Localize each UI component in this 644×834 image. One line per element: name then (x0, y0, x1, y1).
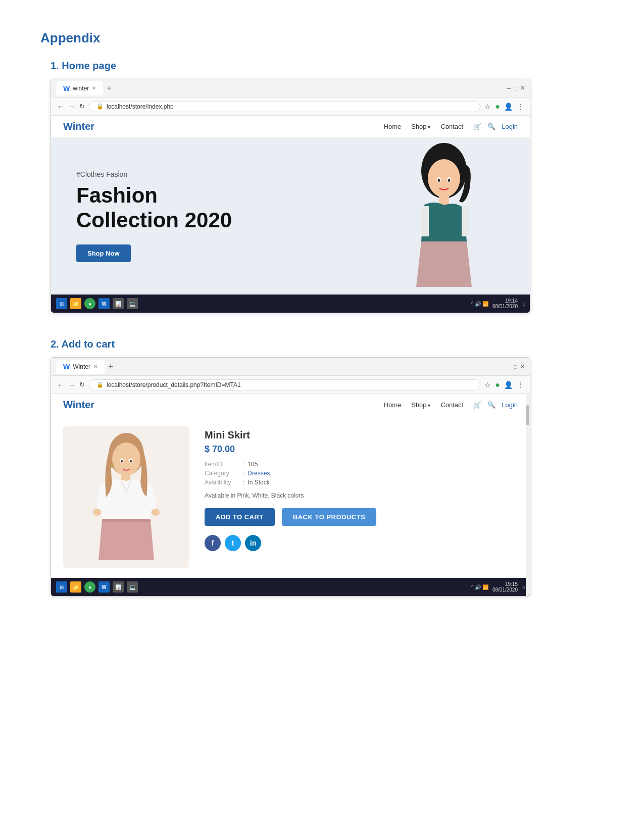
hero-banner-1: #Clothes Fasion Fashion Collection 2020 … (51, 138, 530, 295)
taskbar-folder-1[interactable]: 📁 (70, 298, 81, 309)
address-bar-2[interactable]: 🔒 localhost/store/product_details.php?It… (89, 379, 480, 390)
nav-home-1[interactable]: Home (384, 123, 402, 130)
hero-title-1: Fashion Collection 2020 (76, 183, 232, 232)
appendix-title: Appendix (40, 30, 604, 46)
section2-heading: 2. Add to cart (51, 338, 604, 350)
taskbar-icon5-2[interactable]: 💻 (127, 581, 138, 593)
search-icon-1[interactable]: 🔍 (487, 123, 496, 130)
login-btn-1[interactable]: Login (502, 123, 518, 130)
site-header-2: Winter Home Shop Contact 🛒 🔍 Login (51, 394, 530, 416)
browser-window-1: W winter ✕ ＋ ─ □ ✕ ← → ↻ 🔒 localhost/sto… (51, 79, 530, 313)
nav-home-2[interactable]: Home (384, 401, 402, 409)
section1-heading: 1. Home page (51, 60, 604, 72)
svg-point-8 (448, 179, 451, 182)
svg-rect-3 (421, 206, 429, 236)
close-btn-2[interactable]: ✕ (520, 363, 525, 370)
maximize-btn-1[interactable]: □ (514, 85, 517, 91)
browser-nav-icons-1: ☆ ● 👤 ⋮ (484, 102, 524, 111)
nav-contact-1[interactable]: Contact (440, 123, 463, 130)
taskbar-icon4-2[interactable]: 📊 (113, 581, 124, 593)
product-page: Mini Skirt $ 70.00 ItemID : 105 Category… (51, 416, 530, 578)
product-price: $ 70.00 (205, 444, 518, 455)
availability-value: In Stock (247, 479, 269, 486)
tab-close-2[interactable]: ✕ (93, 364, 97, 369)
tab-close-1[interactable]: ✕ (92, 85, 96, 91)
taskbar-sys-icons-1: ^ 🔊 📶 (471, 301, 488, 307)
forward-arrow-2[interactable]: → (68, 381, 75, 389)
search-icon-2[interactable]: 🔍 (487, 401, 496, 409)
refresh-btn-2[interactable]: ↻ (79, 381, 85, 388)
taskbar-word-2[interactable]: W (98, 581, 110, 593)
add-to-cart-button[interactable]: ADD TO CART (205, 508, 275, 526)
browser-tab-2[interactable]: W Winter ✕ (56, 360, 105, 374)
taskbar-start-1[interactable]: ⊞ (56, 298, 67, 309)
twitter-icon[interactable]: t (225, 535, 241, 551)
product-info: Mini Skirt $ 70.00 ItemID : 105 Category… (205, 426, 518, 568)
hero-image-1 (343, 140, 505, 292)
scrollbar-thumb-2[interactable] (526, 405, 529, 425)
svg-point-10 (112, 443, 140, 476)
minimize-btn-2[interactable]: ─ (507, 364, 511, 370)
star-icon-1[interactable]: ☆ (484, 103, 491, 111)
social-icons: f t in (205, 535, 518, 551)
lock-icon-2: 🔒 (96, 381, 104, 388)
address-bar-1[interactable]: 🔒 localhost/store/index.php (89, 101, 480, 112)
taskbar-icon5-1[interactable]: 💻 (127, 298, 138, 309)
tab-icon-1: W (63, 84, 70, 92)
extension-icon-2[interactable]: ● (495, 380, 500, 389)
window-controls-1: ─ □ ✕ (507, 85, 525, 91)
taskbar-start-2[interactable]: ⊞ (56, 581, 67, 593)
menu-icon-1[interactable]: ⋮ (517, 103, 524, 111)
taskbar-show-desktop-2[interactable]: □ (522, 584, 525, 590)
browser-chrome-1: W winter ✕ ＋ ─ □ ✕ (51, 79, 530, 97)
nav-contact-2[interactable]: Contact (440, 401, 463, 409)
maximize-btn-2[interactable]: □ (514, 364, 517, 370)
login-btn-2[interactable]: Login (502, 401, 518, 409)
item-id-separator: : (243, 461, 244, 468)
menu-icon-2[interactable]: ⋮ (517, 381, 524, 389)
back-arrow-2[interactable]: ← (57, 381, 64, 389)
site-nav-2: Home Shop Contact (384, 401, 464, 409)
category-value[interactable]: Dresses (247, 470, 270, 477)
taskbar-chrome-2[interactable]: ● (84, 581, 95, 593)
minimize-btn-1[interactable]: ─ (507, 85, 511, 91)
nav-shop-1[interactable]: Shop (411, 123, 430, 130)
new-tab-btn-1[interactable]: ＋ (105, 83, 113, 93)
cart-icon-2[interactable]: 🛒 (473, 401, 481, 409)
product-meta-itemid: ItemID : 105 (205, 461, 518, 468)
taskbar-chrome-1[interactable]: ● (84, 298, 95, 309)
linkedin-icon[interactable]: in (245, 535, 261, 551)
browser-tab-1[interactable]: W winter ✕ (56, 81, 103, 95)
taskbar-2: ⊞ 📁 ● W 📊 💻 ^ 🔊 📶 (51, 578, 530, 596)
hero-cta-btn-1[interactable]: Shop Now (76, 244, 131, 262)
taskbar-folder-2[interactable]: 📁 (70, 581, 81, 593)
product-meta-category: Category : Dresses (205, 470, 518, 477)
taskbar-right-2: ^ 🔊 📶 19:15 08/01/2020 □ (471, 581, 525, 593)
back-to-products-button[interactable]: BACK TO PRODUCTS (282, 508, 377, 526)
browser-chrome-2: W Winter ✕ ＋ ─ □ ✕ (51, 358, 530, 376)
taskbar-icon4-1[interactable]: 📊 (113, 298, 124, 309)
svg-point-18 (93, 509, 101, 516)
product-name: Mini Skirt (205, 429, 518, 441)
forward-arrow-1[interactable]: → (68, 103, 75, 111)
refresh-btn-1[interactable]: ↻ (79, 103, 85, 110)
category-separator: : (243, 470, 244, 477)
extension-icon-1[interactable]: ● (495, 102, 500, 111)
cart-icon-1[interactable]: 🛒 (473, 123, 481, 130)
profile-icon-2[interactable]: 👤 (504, 381, 513, 389)
facebook-icon[interactable]: f (205, 535, 221, 551)
scrollbar-track-2[interactable] (526, 394, 530, 596)
star-icon-2[interactable]: ☆ (484, 381, 491, 389)
taskbar-time-1: 19:14 08/01/2020 (492, 298, 518, 309)
profile-icon-1[interactable]: 👤 (504, 103, 513, 111)
back-arrow-1[interactable]: ← (57, 103, 64, 111)
tab-label-2: Winter (73, 363, 90, 370)
svg-point-1 (428, 159, 460, 198)
new-tab-btn-2[interactable]: ＋ (107, 361, 115, 372)
taskbar-show-desktop-1[interactable]: □ (522, 301, 525, 307)
taskbar-word-1[interactable]: W (98, 298, 110, 309)
product-actions: ADD TO CART BACK TO PRODUCTS (205, 508, 518, 526)
product-image-box (63, 426, 189, 568)
close-btn-1[interactable]: ✕ (520, 85, 525, 91)
nav-shop-2[interactable]: Shop (411, 401, 430, 409)
